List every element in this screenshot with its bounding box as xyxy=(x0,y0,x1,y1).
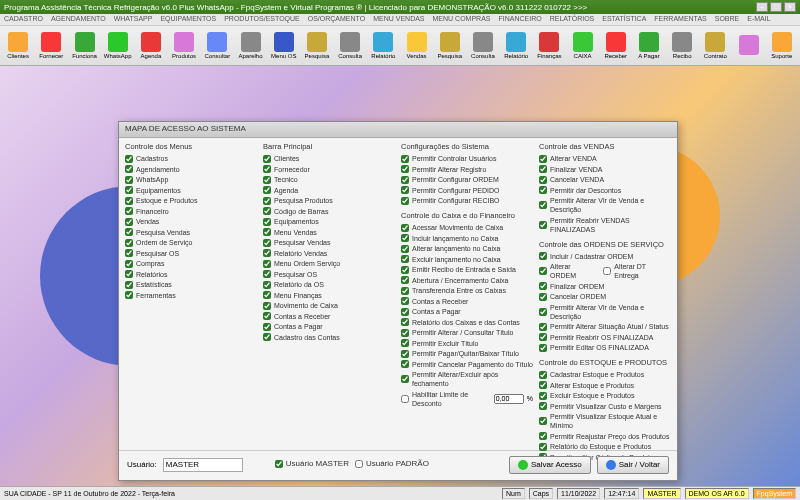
option-check[interactable] xyxy=(401,245,409,253)
option-check[interactable] xyxy=(401,287,409,295)
menu-relatórios[interactable]: RELATÓRIOS xyxy=(550,15,595,24)
toolbar-consulta[interactable]: Consulta xyxy=(334,28,366,64)
option-check[interactable] xyxy=(539,282,547,290)
option-check[interactable] xyxy=(539,155,547,163)
option-check[interactable] xyxy=(263,270,271,278)
close-button[interactable]: × xyxy=(784,2,796,12)
toolbar-agenda[interactable]: Agenda xyxy=(135,28,167,64)
option-check[interactable] xyxy=(263,312,271,320)
toolbar-btn[interactable] xyxy=(732,28,764,64)
option-check[interactable] xyxy=(263,165,271,173)
option-check[interactable] xyxy=(539,186,547,194)
option-check[interactable] xyxy=(401,276,409,284)
option-check[interactable] xyxy=(401,297,409,305)
option-check[interactable] xyxy=(539,252,547,260)
option-check[interactable] xyxy=(539,165,547,173)
option-check[interactable] xyxy=(263,228,271,236)
toolbar-whatsapp[interactable]: WhatsApp xyxy=(102,28,134,64)
option-check[interactable] xyxy=(401,360,409,368)
option-check[interactable] xyxy=(539,392,547,400)
option-check[interactable] xyxy=(603,267,611,275)
menu-ferramentas[interactable]: FERRAMENTAS xyxy=(654,15,706,24)
option-check[interactable] xyxy=(263,218,271,226)
menu-e-mail[interactable]: E-MAIL xyxy=(747,15,770,24)
menu-estatística[interactable]: ESTATÍSTICA xyxy=(602,15,646,24)
toolbar-aparelho[interactable]: Aparelho xyxy=(234,28,266,64)
toolbar-vendas[interactable]: Vendas xyxy=(400,28,432,64)
option-check[interactable] xyxy=(401,186,409,194)
option-check[interactable] xyxy=(125,291,133,299)
menu-menu compras[interactable]: MENU COMPRAS xyxy=(433,15,491,24)
toolbar-suporte[interactable]: Suporte xyxy=(766,28,798,64)
option-check[interactable] xyxy=(263,207,271,215)
option-check[interactable] xyxy=(401,350,409,358)
option-check[interactable] xyxy=(263,197,271,205)
option-check[interactable] xyxy=(125,239,133,247)
limit-pct[interactable] xyxy=(494,394,524,404)
menu-equipamentos[interactable]: EQUIPAMENTOS xyxy=(160,15,216,24)
user-input[interactable] xyxy=(163,458,243,472)
option-check[interactable] xyxy=(401,308,409,316)
option-check[interactable] xyxy=(263,291,271,299)
user-master-check[interactable] xyxy=(275,460,283,468)
option-check[interactable] xyxy=(263,249,271,257)
option-check[interactable] xyxy=(539,417,547,425)
user-padrao-check[interactable] xyxy=(355,460,363,468)
exit-button[interactable]: Sair / Voltar xyxy=(597,456,669,474)
option-check[interactable] xyxy=(125,228,133,236)
option-check[interactable] xyxy=(539,432,547,440)
option-check[interactable] xyxy=(539,333,547,341)
menu-whatsapp[interactable]: WHATSAPP xyxy=(114,15,153,24)
option-check[interactable] xyxy=(539,308,547,316)
option-check[interactable] xyxy=(263,302,271,310)
option-check[interactable] xyxy=(539,402,547,410)
option-check[interactable] xyxy=(401,224,409,232)
menu-agendamento[interactable]: AGENDAMENTO xyxy=(51,15,106,24)
menu-produtos/estoque[interactable]: PRODUTOS/ESTOQUE xyxy=(224,15,300,24)
option-check[interactable] xyxy=(401,176,409,184)
toolbar-pesquisa[interactable]: Pesquisa xyxy=(301,28,333,64)
menu-sobre[interactable]: SOBRE xyxy=(715,15,740,24)
maximize-button[interactable]: □ xyxy=(770,2,782,12)
option-check[interactable] xyxy=(263,155,271,163)
option-check[interactable] xyxy=(263,281,271,289)
toolbar-consultar[interactable]: Consultar xyxy=(201,28,233,64)
toolbar-relatório[interactable]: Relatório xyxy=(500,28,532,64)
option-check[interactable] xyxy=(263,260,271,268)
toolbar-caixa[interactable]: CAIXA xyxy=(566,28,598,64)
menu-financeiro[interactable]: FINANCEIRO xyxy=(498,15,541,24)
toolbar-pesquisa[interactable]: Pesquisa xyxy=(434,28,466,64)
option-check[interactable] xyxy=(401,318,409,326)
option-check[interactable] xyxy=(539,344,547,352)
menu-menu vendas[interactable]: MENU VENDAS xyxy=(373,15,424,24)
toolbar-funciona[interactable]: Funciona xyxy=(68,28,100,64)
option-check[interactable] xyxy=(539,201,547,209)
option-check[interactable] xyxy=(263,186,271,194)
option-check[interactable] xyxy=(539,443,547,451)
option-check[interactable] xyxy=(125,270,133,278)
option-check[interactable] xyxy=(125,249,133,257)
toolbar-consulta[interactable]: Consulta xyxy=(467,28,499,64)
option-check[interactable] xyxy=(125,197,133,205)
option-check[interactable] xyxy=(539,267,547,275)
toolbar-fornecer[interactable]: Fornecer xyxy=(35,28,67,64)
option-check[interactable] xyxy=(125,207,133,215)
option-check[interactable] xyxy=(263,323,271,331)
save-access-button[interactable]: Salvar Acesso xyxy=(509,456,591,474)
option-check[interactable] xyxy=(401,234,409,242)
option-check[interactable] xyxy=(125,176,133,184)
minimize-button[interactable]: – xyxy=(756,2,768,12)
option-check[interactable] xyxy=(539,323,547,331)
option-check[interactable] xyxy=(401,266,409,274)
option-check[interactable] xyxy=(401,339,409,347)
option-check[interactable] xyxy=(539,371,547,379)
option-check[interactable] xyxy=(401,197,409,205)
option-check[interactable] xyxy=(125,155,133,163)
option-check[interactable] xyxy=(263,176,271,184)
menu-os/orçamento[interactable]: OS/ORÇAMENTO xyxy=(308,15,365,24)
menu-cadastro[interactable]: CADASTRO xyxy=(4,15,43,24)
option-check[interactable] xyxy=(125,260,133,268)
option-check[interactable] xyxy=(263,333,271,341)
option-check[interactable] xyxy=(263,239,271,247)
limit-check[interactable] xyxy=(401,395,409,403)
